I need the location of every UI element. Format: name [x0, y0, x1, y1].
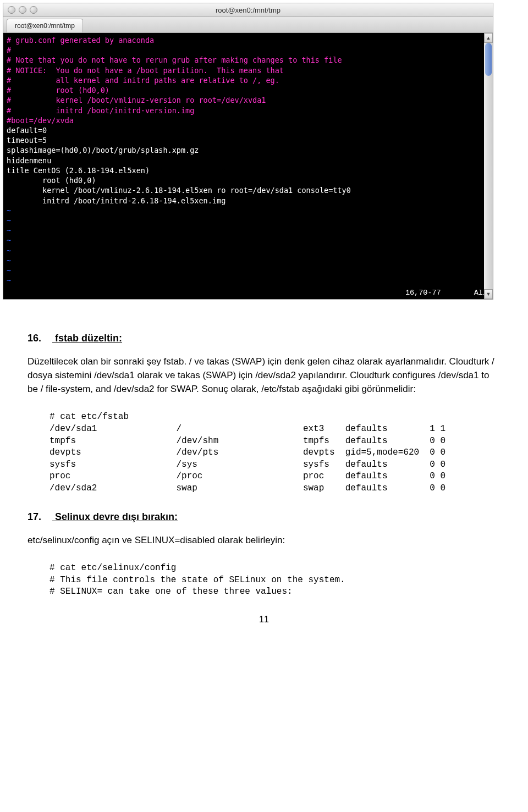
section-number: 16.	[28, 333, 52, 344]
terminal-line: default=0	[7, 126, 47, 135]
terminal-window: root@xen0:/mnt/tmp root@xen0:/mnt/tmp # …	[3, 3, 493, 300]
section-17-paragraph: etc/selinux/config açın ve SELINUX=disab…	[28, 534, 501, 548]
terminal-line: # root (hd0,0)	[7, 86, 109, 95]
terminal-line: # grub.conf generated by anaconda	[7, 36, 154, 45]
terminal-line: ~	[7, 276, 11, 285]
document-body: 16. fstab düzeltin: Düzeltilecek olan bi…	[0, 311, 528, 641]
section-title: Selinux devre dışı bırakın:	[55, 511, 178, 522]
section-title: fstab düzeltin:	[55, 333, 122, 344]
window-title: root@xen0:/mnt/tmp	[3, 6, 493, 14]
section-17-heading: 17. Selinux devre dışı bırakın:	[28, 511, 501, 523]
scroll-up-icon[interactable]: ▲	[484, 33, 493, 43]
page-number: 11	[28, 615, 501, 625]
terminal-tab[interactable]: root@xen0:/mnt/tmp	[7, 19, 83, 32]
section-16-paragraph: Düzeltilecek olan bir sonraki şey fstab.…	[28, 355, 501, 396]
vim-status-bar: 16,70-77 All	[3, 288, 493, 299]
scroll-thumb[interactable]	[485, 43, 492, 76]
terminal-line: ~	[7, 216, 11, 225]
terminal-line: splashimage=(hd0,0)/boot/grub/splash.xpm…	[7, 146, 199, 154]
cursor-position: 16,70-77	[405, 289, 441, 297]
terminal-line: timeout=5	[7, 136, 47, 145]
terminal-line: # initrd /boot/initrd-version.img	[7, 106, 194, 115]
fstab-code-block: # cat etc/fstab /dev/sda1 / ext3 default…	[50, 411, 501, 494]
terminal-line: ~	[7, 256, 11, 265]
terminal-line: ~	[7, 246, 11, 255]
terminal-line: # NOTICE: You do not have a /boot partit…	[7, 66, 284, 75]
scroll-down-icon[interactable]: ▼	[484, 289, 493, 299]
terminal-line: #	[7, 46, 11, 54]
terminal-line: title CentOS (2.6.18-194.el5xen)	[7, 166, 150, 175]
terminal-line: ~	[7, 266, 11, 275]
terminal-line: # kernel /boot/vmlinuz-version ro root=/…	[7, 96, 266, 104]
terminal-line: ~	[7, 206, 11, 215]
terminal-line: ~	[7, 236, 11, 245]
section-16-heading: 16. fstab düzeltin:	[28, 333, 501, 344]
window-titlebar[interactable]: root@xen0:/mnt/tmp	[3, 3, 493, 17]
terminal-line: hiddenmenu	[7, 156, 51, 165]
terminal-line: # all kernel and initrd paths are relati…	[7, 76, 279, 85]
terminal-content[interactable]: # grub.conf generated by anaconda # # No…	[3, 33, 493, 288]
terminal-line: kernel /boot/vmlinuz-2.6.18-194.el5xen r…	[7, 186, 351, 195]
terminal-line: root (hd0,0)	[7, 176, 96, 185]
terminal-line: initrd /boot/initrd-2.6.18-194.el5xen.im…	[7, 196, 226, 205]
scrollbar[interactable]: ▲ ▼	[484, 33, 493, 299]
section-number: 17.	[28, 511, 52, 523]
terminal-line: #boot=/dev/xvda	[7, 116, 74, 125]
terminal-line: # Note that you do not have to rerun gru…	[7, 56, 342, 64]
tab-bar: root@xen0:/mnt/tmp	[3, 17, 493, 33]
terminal-line: ~	[7, 226, 11, 235]
selinux-code-block: # cat etc/selinux/config # This file con…	[50, 562, 501, 598]
